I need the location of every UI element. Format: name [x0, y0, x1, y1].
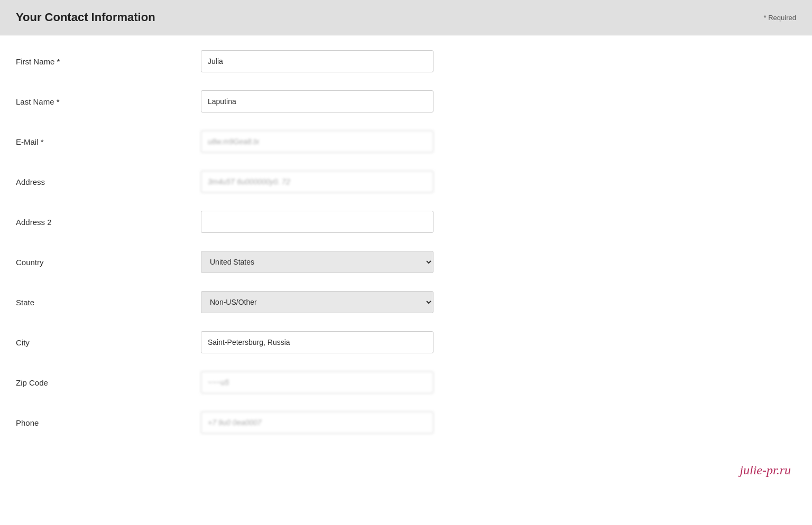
phone-input[interactable] [201, 411, 433, 434]
city-row: City [16, 327, 796, 358]
email-label: E-Mail * [16, 137, 201, 146]
first-name-row: First Name * [16, 46, 796, 77]
state-select[interactable]: Non-US/Other Alabama Alaska Arizona Cali… [201, 291, 433, 313]
state-row: State Non-US/Other Alabama Alaska Arizon… [16, 287, 796, 317]
watermark: julie-pr.ru [740, 463, 791, 477]
zip-input[interactable] [201, 371, 433, 393]
address2-input[interactable] [201, 211, 433, 233]
first-name-input[interactable] [201, 50, 433, 72]
country-select[interactable]: United States Canada United Kingdom Aust… [201, 251, 433, 273]
page-title: Your Contact Information [16, 11, 155, 24]
page-wrapper: Your Contact Information * Required Firs… [0, 0, 812, 525]
country-row: Country United States Canada United King… [16, 247, 796, 277]
address2-label: Address 2 [16, 218, 201, 227]
address-row: Address [16, 166, 796, 197]
city-input[interactable] [201, 331, 433, 353]
last-name-input[interactable] [201, 90, 433, 112]
country-label: Country [16, 258, 201, 267]
zip-row: Zip Code [16, 367, 796, 398]
address-label: Address [16, 177, 201, 186]
first-name-label: First Name * [16, 57, 201, 66]
address-input[interactable] [201, 171, 433, 193]
city-label: City [16, 338, 201, 347]
required-note: * Required [764, 14, 796, 22]
last-name-row: Last Name * [16, 86, 796, 117]
form-body: First Name * Last Name * E-Mail * Addres… [0, 35, 812, 458]
phone-row: Phone [16, 407, 796, 438]
email-input[interactable] [201, 130, 433, 153]
zip-label: Zip Code [16, 378, 201, 387]
form-header: Your Contact Information * Required [0, 0, 812, 35]
address2-row: Address 2 [16, 207, 796, 237]
state-label: State [16, 298, 201, 307]
phone-label: Phone [16, 418, 201, 427]
email-row: E-Mail * [16, 126, 796, 157]
last-name-label: Last Name * [16, 97, 201, 106]
